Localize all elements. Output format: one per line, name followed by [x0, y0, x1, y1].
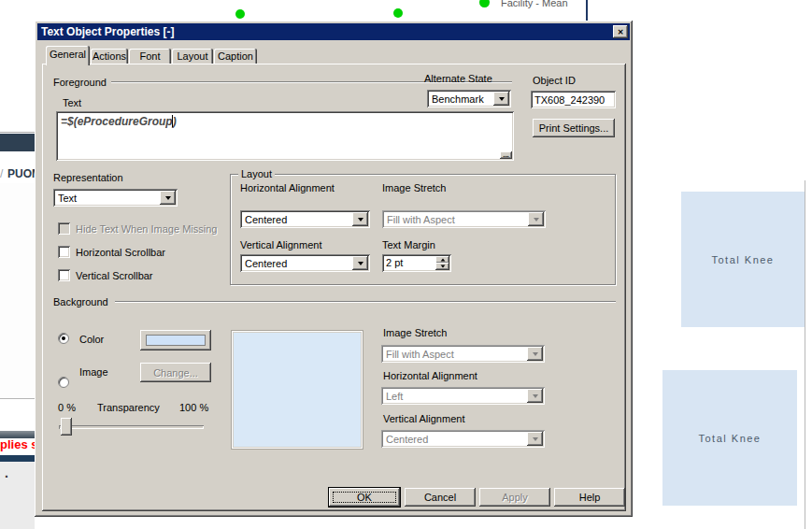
representation-select[interactable]: Text [53, 189, 178, 207]
text-margin-spinner[interactable]: 2 pt [382, 254, 451, 272]
text-object-label: Total Knee [712, 254, 775, 265]
color-swatch [146, 335, 206, 346]
chart-data-point [235, 9, 245, 19]
text-margin-value: 2 pt [386, 257, 403, 268]
bg-vertical-alignment-label: Vertical Alignment [383, 413, 464, 424]
sheet-divider-line [805, 180, 805, 529]
background-section-line [115, 301, 616, 303]
transparency-min-label: 0 % [58, 402, 76, 413]
horizontal-alignment-label: Horizontal Alignment [240, 182, 335, 193]
tab-label: General [50, 49, 86, 60]
cancel-button[interactable]: Cancel [405, 488, 476, 507]
vertical-alignment-label: Vertical Alignment [240, 239, 321, 250]
chevron-down-icon[interactable] [493, 92, 509, 106]
vertical-alignment-value: Centered [245, 258, 351, 269]
color-radio[interactable] [58, 333, 69, 344]
ellipsis-icon: ... [503, 154, 509, 156]
expression-editor-button[interactable]: ... [500, 151, 512, 159]
horizontal-scrollbar-checkbox-label: Horizontal Scrollbar [76, 247, 165, 258]
image-radio[interactable] [58, 377, 69, 388]
bg-image-stretch-value: Fill with Aspect [386, 349, 526, 360]
red-warning-text: plies s [0, 437, 37, 451]
representation-label: Representation [53, 172, 123, 183]
foreground-section-label: Foreground [53, 77, 107, 88]
close-icon: ✕ [618, 28, 624, 36]
text-cursor [172, 115, 173, 127]
print-settings-label: Print Settings... [539, 122, 609, 134]
bg-horizontal-alignment-select: Left [381, 387, 545, 405]
bg-horizontal-alignment-label: Horizontal Alignment [383, 370, 477, 381]
legend-marker-icon [479, 0, 490, 7]
help-button[interactable]: Help [554, 488, 625, 507]
layout-group-title: Layout [238, 168, 275, 179]
color-radio-label: Color [79, 334, 104, 345]
transparency-slider-track[interactable] [59, 425, 204, 429]
print-settings-button[interactable]: Print Settings... [533, 119, 615, 137]
tab-general[interactable]: General [46, 46, 90, 65]
hide-text-checkbox-label: Hide Text When Image Missing [76, 223, 217, 235]
close-button[interactable]: ✕ [613, 25, 628, 38]
alternate-state-label: Alternate State [424, 73, 492, 84]
bg-vertical-alignment-select: Centered [381, 430, 545, 448]
change-image-button: Change... [140, 363, 211, 382]
cancel-label: Cancel [424, 492, 456, 503]
image-stretch-select: Fill with Aspect [382, 210, 546, 228]
alternate-state-value: Benchmark [432, 93, 492, 105]
text-expression-input[interactable]: =$(eProcedureGroup) ... [56, 111, 514, 161]
tab-label: Actions [93, 50, 126, 62]
image-stretch-value: Fill with Aspect [387, 214, 527, 225]
vertical-alignment-select[interactable]: Centered [240, 254, 370, 272]
bg-horizontal-alignment-value: Left [386, 391, 526, 402]
horizontal-scrollbar-checkbox[interactable] [58, 246, 70, 258]
object-id-label: Object ID [533, 75, 576, 86]
text-object-total-knee-2[interactable]: Total Knee [662, 370, 797, 506]
tab-label: Caption [218, 50, 253, 62]
image-radio-label: Image [79, 366, 108, 378]
navy-bar [0, 455, 35, 462]
chevron-down-icon [527, 389, 543, 403]
hide-text-checkbox [58, 222, 70, 235]
horizontal-alignment-select[interactable]: Centered [240, 210, 370, 228]
legend-label: Facility - Mean [501, 0, 568, 8]
image-stretch-label: Image Stretch [382, 182, 446, 193]
background-preview-fill [234, 333, 361, 447]
apply-label: Apply [502, 492, 528, 503]
text-object-total-knee-1[interactable]: Total Knee [681, 192, 805, 327]
change-image-label: Change... [153, 367, 198, 379]
vertical-scrollbar-checkbox[interactable] [58, 269, 70, 281]
period-text: . [5, 465, 8, 480]
text-expression-value: =$(eProcedureGroup) [61, 115, 177, 128]
vertical-scrollbar-checkbox-label: Vertical Scrollbar [76, 270, 153, 281]
object-id-input[interactable]: TX608_242390 [531, 91, 616, 108]
bg-image-stretch-label: Image Stretch [383, 327, 447, 338]
horizontal-alignment-value: Centered [245, 214, 351, 225]
ok-button[interactable]: OK [329, 488, 400, 507]
alternate-state-select[interactable]: Benchmark [427, 90, 511, 107]
color-swatch-button[interactable] [140, 330, 211, 350]
dialog-title-bar[interactable]: Text Object Properties [-] [37, 23, 630, 40]
help-label: Help [579, 492, 601, 503]
tab-label: Font [139, 50, 160, 62]
tab-label: Layout [177, 50, 207, 62]
transparency-max-label: 100 % [179, 402, 208, 413]
spinner-down-button[interactable] [435, 263, 449, 270]
object-id-value: TX608_242390 [534, 94, 605, 106]
bg-vertical-alignment-value: Centered [386, 434, 526, 445]
bg-image-stretch-select: Fill with Aspect [381, 345, 545, 363]
layout-group: Layout Horizontal Alignment Centered Ima… [230, 174, 616, 285]
transparency-label: Transparency [97, 402, 160, 413]
chevron-down-icon[interactable] [352, 212, 368, 226]
chevron-down-icon[interactable] [160, 191, 176, 205]
text-margin-label: Text Margin [382, 239, 435, 250]
column-header-slash: / [0, 167, 3, 180]
chevron-down-icon[interactable] [352, 256, 368, 270]
background-section-label: Background [53, 296, 108, 307]
text-field-label: Text [63, 97, 81, 108]
text-object-properties-dialog: Text Object Properties [-] ✕ General Act… [35, 21, 633, 517]
chart-data-point [393, 8, 403, 18]
representation-value: Text [58, 193, 159, 204]
chevron-down-icon [527, 432, 543, 446]
focus-rect [333, 492, 396, 503]
background-preview [231, 330, 363, 450]
transparency-slider-thumb[interactable] [61, 418, 72, 436]
